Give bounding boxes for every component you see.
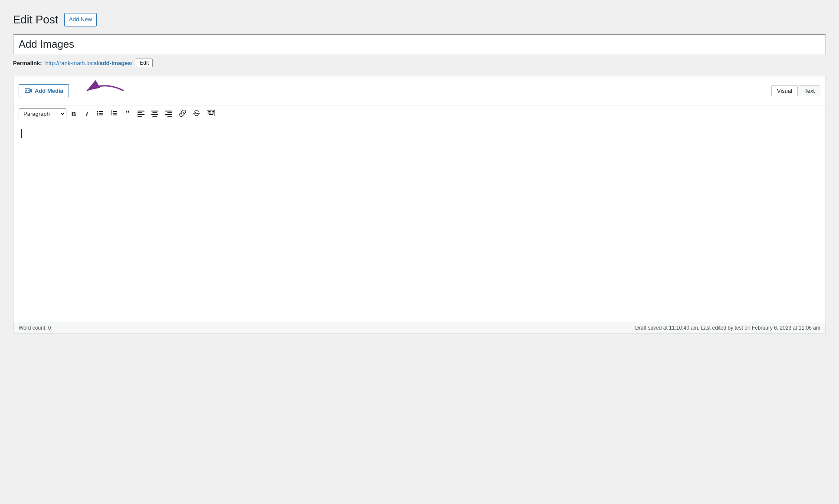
svg-rect-30 (208, 111, 209, 112)
svg-rect-37 (210, 112, 211, 113)
word-count: Word count: 0 (19, 325, 51, 331)
svg-marker-1 (30, 89, 32, 93)
svg-rect-13 (113, 113, 117, 114)
unordered-list-icon (97, 110, 104, 118)
word-count-value: 0 (48, 325, 51, 331)
svg-rect-16 (138, 111, 144, 111)
svg-rect-33 (212, 111, 213, 112)
svg-rect-15 (113, 115, 117, 115)
svg-rect-24 (165, 111, 172, 111)
permalink-row: Permalink: http://rank-math.local/add-im… (13, 59, 826, 67)
align-center-button[interactable] (149, 108, 161, 119)
svg-rect-35 (208, 112, 209, 113)
permalink-edit-button[interactable]: Edit (136, 59, 153, 67)
permalink-prefix: http://rank-math.local/ (45, 60, 99, 66)
align-right-button[interactable] (163, 108, 175, 119)
add-media-icon (24, 87, 32, 95)
svg-rect-36 (209, 112, 210, 113)
svg-rect-31 (209, 111, 210, 112)
permalink-label: Permalink: (13, 60, 42, 66)
page-title: Edit Post (13, 13, 58, 26)
svg-rect-17 (138, 112, 142, 113)
draft-status: Draft saved at 11:10:40 am. Last edited … (635, 325, 820, 331)
blockquote-icon: " (126, 110, 130, 118)
svg-rect-40 (209, 114, 213, 115)
link-button[interactable] (177, 108, 189, 119)
tab-visual[interactable]: Visual (771, 85, 798, 96)
svg-rect-5 (99, 111, 103, 112)
editor-top-left: Add Media (19, 80, 128, 101)
bold-button[interactable]: B (68, 108, 79, 119)
svg-rect-38 (212, 112, 213, 113)
keyboard-icon (207, 110, 215, 118)
svg-rect-27 (167, 116, 172, 117)
strikethrough-icon (193, 110, 200, 118)
svg-rect-19 (138, 116, 142, 117)
svg-rect-26 (165, 114, 172, 115)
page-header: Edit Post Add New (13, 13, 826, 26)
svg-rect-22 (151, 114, 158, 115)
permalink-suffix: / (131, 60, 133, 66)
svg-rect-11 (113, 111, 117, 112)
unordered-list-button[interactable] (94, 108, 106, 119)
svg-rect-18 (138, 114, 144, 115)
link-icon (179, 110, 186, 118)
svg-rect-20 (151, 111, 158, 111)
svg-rect-32 (210, 111, 211, 112)
editor-body[interactable] (13, 122, 826, 322)
permalink-link[interactable]: http://rank-math.local/add-images/ (45, 60, 132, 66)
word-count-label: Word count: (19, 325, 46, 331)
svg-point-8 (97, 114, 98, 115)
svg-rect-39 (213, 112, 214, 113)
arrow-annotation (80, 80, 128, 101)
tab-text[interactable]: Text (799, 85, 820, 96)
editor-toolbar: Paragraph Heading 1 Heading 2 Heading 3 … (13, 105, 826, 122)
toolbar-toggle-button[interactable] (204, 108, 217, 119)
add-media-button[interactable]: Add Media (19, 84, 69, 97)
svg-rect-34 (213, 111, 214, 112)
add-new-button[interactable]: Add New (64, 13, 97, 26)
align-left-button[interactable] (135, 108, 147, 119)
italic-icon: I (86, 110, 88, 118)
post-title-input[interactable] (13, 34, 826, 54)
svg-rect-21 (153, 112, 157, 113)
svg-rect-0 (25, 89, 30, 93)
arrow-icon (80, 80, 128, 101)
svg-rect-23 (153, 116, 157, 117)
align-right-icon (165, 110, 172, 118)
cursor (21, 129, 22, 138)
paragraph-select[interactable]: Paragraph Heading 1 Heading 2 Heading 3 … (19, 108, 66, 119)
svg-rect-9 (99, 115, 103, 115)
permalink-slug: add-images (99, 60, 131, 66)
svg-text:3: 3 (111, 113, 112, 116)
editor-container: Add Media Visual Text (13, 76, 826, 334)
visual-text-tabs: Visual Text (771, 85, 820, 96)
add-media-label: Add Media (35, 88, 63, 94)
svg-point-4 (97, 111, 98, 112)
italic-button[interactable]: I (81, 108, 92, 119)
ordered-list-button[interactable]: 123 (108, 108, 120, 119)
align-center-icon (151, 110, 158, 118)
editor-top-bar: Add Media Visual Text (13, 76, 826, 105)
svg-point-6 (97, 112, 98, 114)
editor-footer: Word count: 0 Draft saved at 11:10:40 am… (13, 322, 826, 334)
bold-icon: B (72, 110, 76, 118)
ordered-list-icon: 123 (111, 110, 118, 118)
svg-rect-25 (167, 112, 172, 113)
strikethrough-button[interactable] (190, 108, 203, 119)
svg-rect-7 (99, 113, 103, 114)
align-left-icon (138, 110, 144, 118)
blockquote-button[interactable]: " (122, 108, 133, 119)
